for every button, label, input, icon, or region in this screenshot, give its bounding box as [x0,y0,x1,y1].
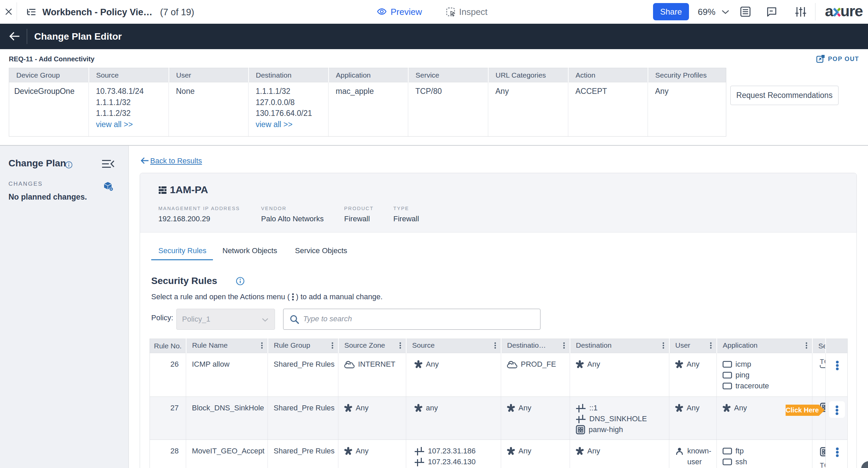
svg-text:Click Here: Click Here [786,406,819,414]
